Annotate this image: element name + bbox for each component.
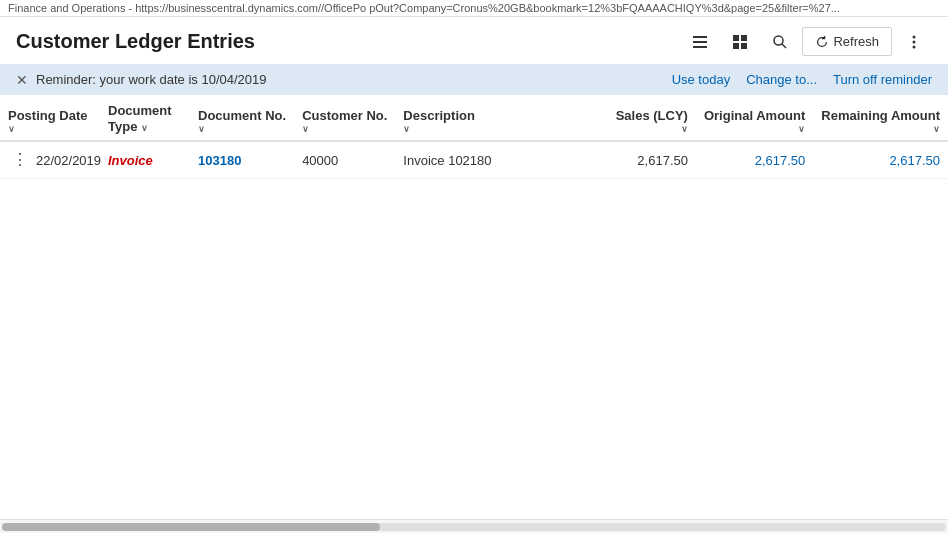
col-remaining-amount[interactable]: Remaining Amount ∨ <box>813 95 948 141</box>
scrollbar-thumb <box>2 523 380 531</box>
refresh-icon <box>815 35 829 49</box>
more-icon <box>906 34 922 50</box>
posting-date-value: 22/02/2019 <box>36 153 101 168</box>
svg-rect-3 <box>733 35 739 41</box>
col-customer-no[interactable]: Customer No. ∨ <box>294 95 395 141</box>
row-context-menu-button[interactable]: ⋮ <box>8 150 32 170</box>
svg-rect-1 <box>693 41 707 43</box>
reminder-bar: ✕ Reminder: your work date is 10/04/2019… <box>0 64 948 95</box>
page-title: Customer Ledger Entries <box>16 30 255 53</box>
refresh-button[interactable]: Refresh <box>802 27 892 56</box>
cell-posting-date: ⋮22/02/2019 <box>0 142 100 178</box>
reminder-message: Reminder: your work date is 10/04/2019 <box>36 72 267 87</box>
title-bar-text: Finance and Operations - https://busines… <box>8 2 840 14</box>
cell-remaining-amount: 2,617.50 <box>813 141 948 179</box>
table-container: Posting Date ∨ Document Type ∨ <box>0 95 948 179</box>
page-wrapper: Finance and Operations - https://busines… <box>0 0 948 533</box>
ledger-table: Posting Date ∨ Document Type ∨ <box>0 95 948 179</box>
cell-document-type: Invoice <box>100 141 190 179</box>
col-description[interactable]: Description ∨ <box>395 95 606 141</box>
cell-customer-no: 40000 <box>294 141 395 179</box>
title-bar: Finance and Operations - https://busines… <box>0 0 948 17</box>
svg-rect-4 <box>741 35 747 41</box>
header: Customer Ledger Entries <box>0 17 948 64</box>
table-header-row: Posting Date ∨ Document Type ∨ <box>0 95 948 141</box>
cell-sales-lcy: 2,617.50 <box>606 141 696 179</box>
document-no-link[interactable]: 103180 <box>198 153 241 168</box>
cell-document-no: 103180 <box>190 141 294 179</box>
change-to-link[interactable]: Change to... <box>746 72 817 87</box>
search-button[interactable] <box>762 28 798 56</box>
svg-rect-6 <box>741 43 747 49</box>
search-icon <box>772 34 788 50</box>
table-body: ⋮22/02/2019Invoice10318040000Invoice 102… <box>0 141 948 179</box>
svg-line-8 <box>782 44 786 48</box>
svg-point-11 <box>913 45 916 48</box>
col-posting-date[interactable]: Posting Date ∨ <box>0 95 100 141</box>
more-actions-button[interactable] <box>896 28 932 56</box>
svg-rect-2 <box>693 46 707 48</box>
use-today-link[interactable]: Use today <box>672 72 731 87</box>
reminder-close-button[interactable]: ✕ <box>16 73 28 87</box>
col-document-no[interactable]: Document No. ∨ <box>190 95 294 141</box>
list-view-button[interactable] <box>682 28 718 56</box>
svg-rect-0 <box>693 36 707 38</box>
table-row: ⋮22/02/2019Invoice10318040000Invoice 102… <box>0 141 948 179</box>
reminder-left: ✕ Reminder: your work date is 10/04/2019 <box>16 72 267 87</box>
scrollbar-track <box>2 523 946 531</box>
header-actions: Refresh <box>682 27 932 56</box>
cell-description: Invoice 102180 <box>395 141 606 179</box>
col-sales-lcy[interactable]: Sales (LCY) ∨ <box>606 95 696 141</box>
cell-original-amount: 2,617.50 <box>696 141 813 179</box>
svg-point-7 <box>774 36 783 45</box>
list-icon <box>692 34 708 50</box>
turn-off-reminder-link[interactable]: Turn off reminder <box>833 72 932 87</box>
col-document-type[interactable]: Document Type ∨ <box>100 95 190 141</box>
refresh-label: Refresh <box>833 34 879 49</box>
tile-view-button[interactable] <box>722 28 758 56</box>
svg-rect-5 <box>733 43 739 49</box>
main-content: Posting Date ∨ Document Type ∨ <box>0 95 948 533</box>
horizontal-scrollbar[interactable] <box>0 519 948 533</box>
document-type-link[interactable]: Invoice <box>108 153 153 168</box>
col-original-amount[interactable]: Original Amount ∨ <box>696 95 813 141</box>
reminder-actions: Use today Change to... Turn off reminder <box>672 72 932 87</box>
posting-date-sort: ∨ <box>8 124 92 134</box>
svg-point-9 <box>913 35 916 38</box>
grid-icon <box>732 34 748 50</box>
svg-point-10 <box>913 40 916 43</box>
